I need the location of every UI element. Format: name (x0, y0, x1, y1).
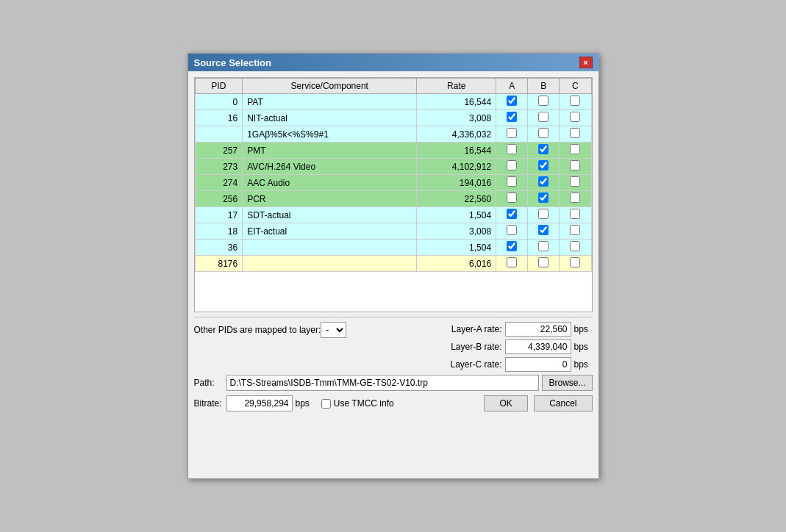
checkbox-a-7[interactable] (507, 209, 517, 219)
checkbox-c-cell[interactable] (560, 94, 591, 110)
checkbox-a-cell[interactable] (496, 207, 528, 223)
bitrate-label: Bitrate: (194, 398, 224, 409)
checkbox-c-cell[interactable] (560, 191, 591, 207)
checkbox-a-cell[interactable] (496, 110, 528, 126)
checkbox-c-cell[interactable] (560, 240, 591, 256)
checkbox-c-cell[interactable] (560, 207, 591, 223)
checkbox-c-10[interactable] (570, 257, 580, 267)
checkbox-a-cell[interactable] (496, 143, 528, 159)
layer-c-input[interactable] (505, 357, 571, 372)
checkbox-b-cell[interactable] (528, 159, 560, 175)
pid-cell: 36 (195, 240, 243, 256)
checkbox-b-6[interactable] (538, 193, 549, 203)
checkbox-c-4[interactable] (570, 160, 580, 170)
separator (194, 317, 593, 317)
pid-cell: 256 (195, 191, 243, 207)
checkbox-a-4[interactable] (507, 160, 517, 170)
rate-cell: 1,504 (417, 240, 496, 256)
checkbox-c-5[interactable] (570, 176, 580, 187)
tmcc-checkbox[interactable] (321, 399, 331, 409)
checkbox-b-cell[interactable] (528, 240, 560, 256)
checkbox-a-cell[interactable] (496, 94, 528, 110)
ok-button[interactable]: OK (484, 395, 528, 411)
checkbox-b-cell[interactable] (528, 110, 560, 126)
col-header-rate: Rate (417, 79, 496, 94)
rate-cell: 22,560 (417, 191, 496, 207)
checkbox-b-cell[interactable] (528, 223, 560, 240)
checkbox-a-10[interactable] (507, 257, 517, 267)
table-row: 17SDT-actual1,504 (195, 207, 591, 223)
service-cell: AAC Audio (243, 175, 417, 191)
path-label: Path: (194, 378, 224, 388)
checkbox-b-10[interactable] (538, 257, 549, 267)
checkbox-b-cell[interactable] (528, 207, 560, 223)
service-cell: NIT-actual (243, 110, 417, 126)
checkbox-b-5[interactable] (538, 176, 549, 187)
checkbox-a-6[interactable] (507, 193, 517, 203)
browse-button[interactable]: Browse... (542, 375, 592, 391)
checkbox-c-9[interactable] (570, 241, 580, 251)
checkbox-b-2[interactable] (538, 128, 549, 138)
checkbox-a-cell[interactable] (496, 175, 528, 191)
checkbox-a-cell[interactable] (496, 191, 528, 207)
checkbox-b-3[interactable] (538, 144, 549, 154)
checkbox-b-9[interactable] (538, 241, 549, 251)
checkbox-b-cell[interactable] (528, 94, 560, 110)
checkbox-a-9[interactable] (507, 241, 517, 251)
checkbox-c-cell[interactable] (560, 256, 591, 272)
checkbox-c-cell[interactable] (560, 159, 591, 175)
checkbox-b-4[interactable] (538, 160, 549, 170)
checkbox-b-cell[interactable] (528, 191, 560, 207)
checkbox-c-6[interactable] (570, 193, 580, 203)
checkbox-a-0[interactable] (507, 96, 517, 106)
bitrate-input[interactable] (226, 395, 293, 411)
checkbox-c-cell[interactable] (560, 126, 591, 143)
cancel-button[interactable]: Cancel (534, 395, 592, 411)
checkbox-c-7[interactable] (570, 209, 580, 219)
checkbox-b-cell[interactable] (528, 126, 560, 143)
checkbox-a-cell[interactable] (496, 223, 528, 240)
pid-cell: 0 (195, 94, 243, 110)
checkbox-b-cell[interactable] (528, 256, 560, 272)
service-cell (243, 240, 417, 256)
checkbox-a-cell[interactable] (496, 126, 528, 143)
layer-a-input[interactable] (505, 322, 571, 337)
checkbox-a-2[interactable] (507, 128, 517, 138)
checkbox-a-cell[interactable] (496, 159, 528, 175)
close-button[interactable]: × (579, 57, 593, 68)
table-row: 18EIT-actual3,008 (195, 223, 591, 240)
checkbox-b-1[interactable] (538, 112, 549, 122)
checkbox-c-2[interactable] (570, 128, 580, 138)
other-pids-dropdown[interactable]: - A B C (321, 322, 346, 338)
checkbox-c-cell[interactable] (560, 110, 591, 126)
checkbox-c-0[interactable] (570, 96, 580, 106)
layer-c-row: Layer-C rate: bps (436, 357, 593, 372)
rate-cell: 194,016 (417, 175, 496, 191)
path-input[interactable] (226, 375, 540, 391)
checkbox-b-0[interactable] (538, 96, 549, 106)
checkbox-a-1[interactable] (507, 112, 517, 122)
checkbox-c-cell[interactable] (560, 175, 591, 191)
checkbox-c-1[interactable] (570, 112, 580, 122)
checkbox-b-cell[interactable] (528, 143, 560, 159)
checkbox-c-cell[interactable] (560, 223, 591, 240)
checkbox-b-8[interactable] (538, 225, 549, 235)
checkbox-b-cell[interactable] (528, 175, 560, 191)
checkbox-a-8[interactable] (507, 225, 517, 235)
checkbox-c-3[interactable] (570, 144, 580, 154)
bottom-controls: Other PIDs are mapped to layer: - A B C … (194, 322, 593, 375)
checkbox-c-8[interactable] (570, 225, 580, 235)
tmcc-label[interactable]: Use TMCC info (334, 398, 394, 409)
other-pids-label: Other PIDs are mapped to layer: (194, 325, 321, 335)
layer-b-input[interactable] (505, 339, 571, 354)
checkbox-a-5[interactable] (507, 176, 517, 187)
layer-b-row: Layer-B rate: bps (436, 339, 593, 354)
rate-cell: 3,008 (417, 223, 496, 240)
checkbox-a-cell[interactable] (496, 256, 528, 272)
checkbox-a-3[interactable] (507, 144, 517, 154)
checkbox-b-7[interactable] (538, 209, 549, 219)
col-header-pid: PID (195, 79, 243, 94)
checkbox-a-cell[interactable] (496, 240, 528, 256)
checkbox-c-cell[interactable] (560, 143, 591, 159)
layer-c-label: Layer-C rate: (436, 359, 502, 370)
